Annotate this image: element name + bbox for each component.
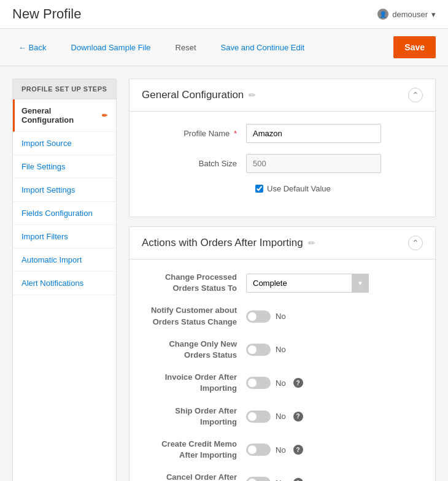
profile-name-input[interactable] — [246, 124, 381, 143]
use-default-label[interactable]: Use Default Value — [267, 184, 331, 193]
profile-name-label: Profile Name * — [148, 129, 246, 138]
invoice-value-label: No — [276, 379, 286, 388]
sidebar-item-label: Fields Configuration — [21, 209, 93, 218]
change-orders-row: Change Processed Orders Status To Comple… — [148, 272, 417, 294]
required-asterisk: * — [234, 129, 237, 138]
notify-customer-row: Notify Customer about Orders Status Chan… — [148, 305, 417, 327]
ship-order-label: Ship Order After Importing — [148, 406, 246, 428]
ship-help-icon[interactable]: ? — [293, 412, 303, 421]
notify-toggle-container: No — [246, 310, 286, 323]
general-config-header: General Configuration ✏ ⌃ — [129, 79, 435, 112]
ship-order-row: Ship Order After Importing No ? — [148, 406, 417, 428]
use-default-checkbox[interactable] — [255, 185, 263, 193]
change-orders-select-wrapper: Complete Processing Pending Cancelled Cl… — [246, 274, 369, 293]
cancel-order-row: Cancel Order After Importing No ? — [148, 472, 417, 481]
credit-memo-toggle[interactable] — [246, 444, 271, 456]
actions-section: Actions with Orders After Importing ✏ ⌃ … — [129, 226, 436, 481]
edit-icon: ✏ — [102, 112, 107, 120]
reset-button[interactable]: Reset — [169, 39, 203, 56]
invoice-order-row: Invoice Order After Importing No ? — [148, 372, 417, 394]
invoice-slider — [246, 377, 271, 389]
sidebar-item-alert-notifications[interactable]: Alert Notifications — [13, 272, 116, 295]
cancel-slider — [246, 477, 271, 481]
username-label: demouser — [392, 10, 428, 19]
general-config-title: General Configuration ✏ — [142, 89, 256, 101]
sidebar-item-label: Automatic Import — [21, 255, 82, 264]
notify-slider — [246, 310, 271, 323]
actions-form: Change Processed Orders Status To Comple… — [129, 260, 435, 481]
actions-collapse-button[interactable]: ⌃ — [408, 236, 423, 250]
page-title: New Profile — [12, 6, 81, 22]
change-new-value-label: No — [276, 345, 286, 354]
sidebar-item-automatic-import[interactable]: Automatic Import — [13, 248, 116, 272]
batch-size-input[interactable] — [246, 154, 381, 173]
credit-memo-slider — [246, 444, 271, 456]
user-avatar-icon: 👤 — [377, 9, 388, 20]
sidebar-item-import-source[interactable]: Import Source — [13, 132, 116, 155]
general-config-edit-icon[interactable]: ✏ — [249, 90, 256, 100]
cancel-toggle-container: No ? — [246, 477, 303, 481]
invoice-order-label: Invoice Order After Importing — [148, 372, 246, 394]
change-orders-label: Change Processed Orders Status To — [148, 272, 246, 294]
save-button[interactable]: Save — [393, 36, 436, 58]
batch-size-label: Batch Size — [148, 159, 246, 168]
notify-value-label: No — [276, 312, 286, 321]
page-header: New Profile 👤 demouser ▾ — [0, 0, 448, 29]
download-sample-button[interactable]: Download Sample File — [65, 39, 157, 56]
change-orders-select[interactable]: Complete Processing Pending Cancelled Cl… — [246, 274, 369, 293]
invoice-help-icon[interactable]: ? — [293, 378, 303, 388]
cancel-toggle[interactable] — [246, 477, 271, 481]
change-new-toggle-container: No — [246, 344, 286, 356]
sidebar-item-file-settings[interactable]: File Settings — [13, 155, 116, 179]
general-config-form: Profile Name * Batch Size Use Default Va… — [129, 112, 435, 217]
notify-customer-label: Notify Customer about Orders Status Chan… — [148, 305, 246, 327]
actions-title: Actions with Orders After Importing ✏ — [142, 237, 315, 249]
sidebar-item-import-filters[interactable]: Import Filters — [13, 225, 116, 248]
change-new-toggle[interactable] — [246, 344, 271, 356]
actions-header: Actions with Orders After Importing ✏ ⌃ — [129, 227, 435, 260]
save-continue-button[interactable]: Save and Continue Edit — [215, 39, 311, 56]
credit-memo-label: Create Credit Memo After Importing — [148, 439, 246, 461]
cancel-help-icon[interactable]: ? — [293, 478, 303, 481]
cancel-order-label: Cancel Order After Importing — [148, 472, 246, 481]
sidebar-item-label: Import Settings — [21, 185, 75, 194]
ship-toggle-container: No ? — [246, 410, 303, 423]
notify-toggle[interactable] — [246, 310, 271, 323]
general-config-collapse-button[interactable]: ⌃ — [408, 88, 423, 102]
sidebar-item-fields-configuration[interactable]: Fields Configuration — [13, 202, 116, 225]
credit-memo-toggle-container: No ? — [246, 444, 303, 456]
change-new-orders-row: Change Only New Orders Status No — [148, 339, 417, 361]
actions-edit-icon[interactable]: ✏ — [308, 238, 315, 248]
ship-slider — [246, 410, 271, 423]
sidebar: PROFILE SET UP STEPS General Configurati… — [12, 79, 117, 481]
profile-name-row: Profile Name * — [148, 124, 417, 143]
sidebar-heading: PROFILE SET UP STEPS — [13, 79, 116, 99]
ship-value-label: No — [276, 412, 286, 421]
credit-memo-row: Create Credit Memo After Importing No ? — [148, 439, 417, 461]
sidebar-item-label: Import Filters — [21, 232, 68, 241]
use-default-row: Use Default Value — [255, 184, 417, 193]
change-new-slider — [246, 344, 271, 356]
cancel-value-label: No — [276, 479, 286, 481]
user-menu[interactable]: 👤 demouser ▾ — [377, 9, 436, 20]
batch-size-row: Batch Size — [148, 154, 417, 173]
toolbar: ← Back Download Sample File Reset Save a… — [0, 29, 448, 66]
credit-memo-help-icon[interactable]: ? — [293, 445, 303, 455]
credit-memo-value-label: No — [276, 445, 286, 455]
back-button[interactable]: ← Back — [12, 39, 53, 56]
sidebar-item-general-configuration[interactable]: General Configuration ✏ — [13, 99, 116, 132]
content-area: General Configuration ✏ ⌃ Profile Name *… — [129, 79, 436, 481]
user-dropdown-icon: ▾ — [431, 10, 436, 19]
sidebar-item-label: File Settings — [21, 162, 66, 171]
invoice-toggle-container: No ? — [246, 377, 303, 389]
ship-toggle[interactable] — [246, 410, 271, 423]
sidebar-item-label: General Configuration — [21, 106, 99, 125]
invoice-toggle[interactable] — [246, 377, 271, 389]
sidebar-item-label: Alert Notifications — [21, 279, 83, 288]
change-new-orders-label: Change Only New Orders Status — [148, 339, 246, 361]
general-configuration-section: General Configuration ✏ ⌃ Profile Name *… — [129, 79, 436, 217]
main-container: PROFILE SET UP STEPS General Configurati… — [0, 66, 448, 481]
sidebar-item-label: Import Source — [21, 139, 72, 148]
sidebar-item-import-settings[interactable]: Import Settings — [13, 179, 116, 202]
